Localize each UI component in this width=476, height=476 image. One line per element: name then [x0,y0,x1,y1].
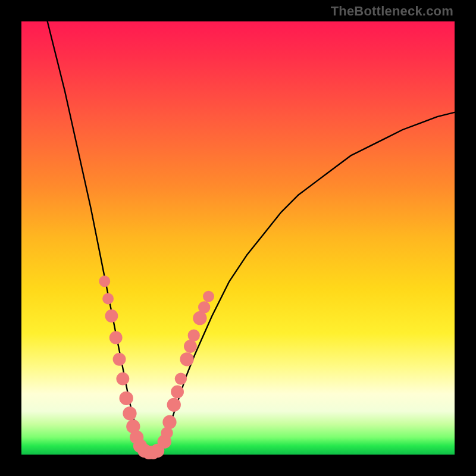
curve-layer [21,21,455,455]
marker-dot [116,372,129,386]
marker-dot [123,406,136,420]
watermark-label: TheBottleneck.com [331,4,453,19]
marker-dot [171,386,184,399]
marker-dot [175,372,187,384]
marker-dot [188,330,200,342]
marker-dot [109,331,123,345]
marker-dot [198,301,210,313]
marker-dot [184,340,197,353]
marker-dot [167,398,181,412]
chart-frame: TheBottleneck.com [0,0,476,476]
marker-dot [113,353,126,366]
plot-area [21,21,455,455]
marker-dot [203,291,214,302]
marker-dot [105,309,118,322]
marker-group [99,275,214,459]
marker-dot [162,415,176,429]
marker-dot [120,392,133,405]
marker-dot [102,293,114,304]
marker-dot [180,352,193,366]
marker-dot [99,275,110,287]
bottleneck-curve [48,21,455,453]
